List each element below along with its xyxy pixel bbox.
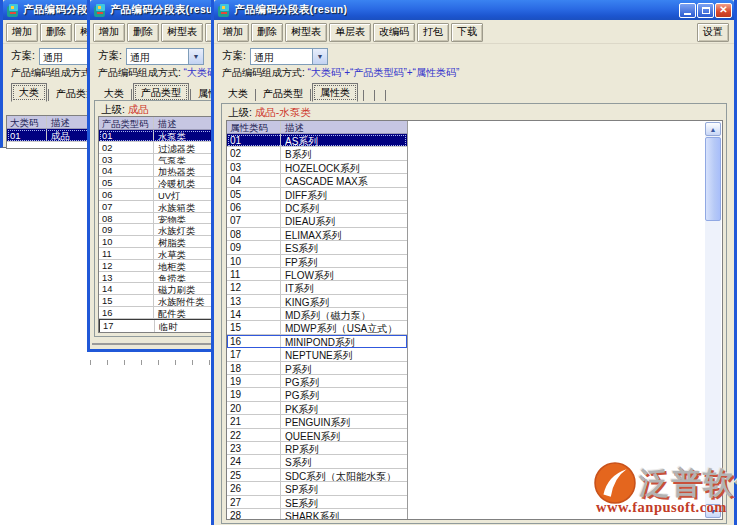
- toolbar-button[interactable]: 删除: [127, 23, 159, 42]
- scheme-select[interactable]: 通用 ▼: [126, 48, 204, 65]
- table-row[interactable]: 02B系列: [227, 147, 407, 160]
- toolbar-button[interactable]: 删除: [251, 23, 283, 42]
- tab-separator: [48, 89, 49, 101]
- table-row[interactable]: 25SDC系列（太阳能水泵）: [227, 469, 407, 482]
- column-header[interactable]: 产品类型码: [99, 117, 154, 129]
- scrollbar-thumb[interactable]: [705, 137, 721, 221]
- chevron-down-icon[interactable]: ▼: [188, 49, 203, 64]
- cell-desc: P系列: [281, 362, 407, 374]
- settings-button[interactable]: 设置: [697, 23, 729, 42]
- maximize-button[interactable]: [697, 3, 714, 18]
- table-row[interactable]: 07DIEAU系列: [227, 214, 407, 227]
- vertical-scrollbar[interactable]: ▲ ▼: [705, 122, 721, 518]
- cell-desc: AS系列: [281, 134, 407, 146]
- toolbar-button[interactable]: 增加: [6, 23, 38, 42]
- cell-code: 06: [227, 201, 281, 213]
- tab[interactable]: 大类: [11, 83, 47, 102]
- scroll-up-icon[interactable]: ▲: [705, 122, 721, 136]
- cell-desc: SP系列: [281, 482, 407, 494]
- attribute-table: 属性类码描述01AS系列02B系列03HOZELOCK系列04CASCADE M…: [227, 121, 408, 520]
- toolbar-button[interactable]: 改编码: [373, 23, 415, 42]
- minimize-button[interactable]: [679, 3, 696, 18]
- cell-code: 01: [7, 129, 47, 141]
- cell-code: 08: [227, 228, 281, 240]
- table-row[interactable]: 08ELIMAX系列: [227, 228, 407, 241]
- table-row[interactable]: 21PENGUIN系列: [227, 415, 407, 428]
- table-row[interactable]: 04CASCADE MAX系: [227, 174, 407, 187]
- toolbar-button[interactable]: 增加: [217, 23, 249, 42]
- table-row[interactable]: 23RP系列: [227, 442, 407, 455]
- cell-desc: MD系列（磁力泵）: [281, 308, 407, 320]
- watermark-brand: 泛普软件: [639, 463, 737, 504]
- table-row[interactable]: 19PG系列: [227, 375, 407, 388]
- cell-code: 07: [227, 214, 281, 226]
- table-row[interactable]: 17NEPTUNE系列: [227, 348, 407, 361]
- toolbar-button[interactable]: 删除: [40, 23, 72, 42]
- table-row[interactable]: 24S系列: [227, 455, 407, 468]
- table-row[interactable]: 16MINIPOND系列: [227, 335, 407, 348]
- tab[interactable]: 产品类型: [257, 85, 309, 102]
- toolbar: 增加删除树型表单层表改编码打包下载 设置: [214, 20, 734, 44]
- table-row[interactable]: 11FLOW系列: [227, 268, 407, 281]
- chevron-down-icon[interactable]: ▼: [312, 49, 327, 64]
- tab-separator: [374, 90, 375, 101]
- table-row[interactable]: 14MD系列（磁力泵）: [227, 308, 407, 321]
- toolbar-button[interactable]: 树型表: [285, 23, 327, 42]
- scheme-label: 方案:: [11, 49, 35, 63]
- scheme-select[interactable]: 通用 ▼: [250, 48, 328, 65]
- cell-code: 05: [99, 177, 154, 188]
- table-row[interactable]: 20PK系列: [227, 402, 407, 415]
- toolbar-button[interactable]: 下载: [451, 23, 483, 42]
- table-row[interactable]: 27SE系列: [227, 496, 407, 509]
- table-row[interactable]: 01AS系列: [227, 134, 407, 147]
- compose-label: 产品编码组成方式:: [98, 67, 181, 78]
- cell-desc: DIEAU系列: [281, 214, 407, 226]
- table-row[interactable]: 22QUEEN系列: [227, 429, 407, 442]
- toolbar-button[interactable]: 单层表: [329, 23, 371, 42]
- tab-separator: [363, 90, 364, 101]
- cell-desc: DIFF系列: [281, 188, 407, 200]
- parent-value: 成品-水泵类: [255, 106, 311, 118]
- toolbar-button[interactable]: 树型表: [161, 23, 203, 42]
- cell-code: 21: [227, 415, 281, 427]
- table-row[interactable]: 12IT系列: [227, 281, 407, 294]
- toolbar-button[interactable]: 打包: [417, 23, 449, 42]
- table-row[interactable]: 05DIFF系列: [227, 188, 407, 201]
- tab[interactable]: 大类: [222, 85, 254, 102]
- cell-code: 12: [99, 260, 154, 271]
- cell-desc: MDWP系列（USA立式）: [281, 321, 407, 333]
- column-header[interactable]: 属性类码: [227, 121, 281, 133]
- column-header[interactable]: 大类码: [7, 116, 47, 128]
- cell-code: 15: [99, 295, 154, 306]
- table-row[interactable]: 09ES系列: [227, 241, 407, 254]
- cell-desc: PG系列: [281, 375, 407, 387]
- toolbar-button[interactable]: 增加: [93, 23, 125, 42]
- table-row[interactable]: 10FP系列: [227, 255, 407, 268]
- table-row[interactable]: 06DC系列: [227, 201, 407, 214]
- tab-strip: 大类产品类型属性类: [222, 84, 734, 102]
- cell-desc: ES系列: [281, 241, 407, 253]
- titlebar[interactable]: 产品编码分段表(resun) ✕: [214, 0, 734, 20]
- column-header[interactable]: 描述: [281, 121, 407, 133]
- watermark-url: www.fanpusoft.com: [596, 499, 727, 516]
- tick-marks: [90, 360, 210, 365]
- close-button[interactable]: ✕: [715, 3, 732, 18]
- cell-code: 02: [227, 147, 281, 159]
- table-row[interactable]: 28SHARK系列: [227, 509, 407, 520]
- toolbar-buttons: 增加删除树型表单层表改编码打包下载: [217, 23, 485, 42]
- cell-code: 23: [227, 442, 281, 454]
- table-row[interactable]: 26SP系列: [227, 482, 407, 495]
- table-row[interactable]: 15MDWP系列（USA立式）: [227, 321, 407, 334]
- table-row[interactable]: 19PG系列: [227, 388, 407, 401]
- table-row[interactable]: 03HOZELOCK系列: [227, 161, 407, 174]
- table-row[interactable]: 13KING系列: [227, 295, 407, 308]
- cell-code: 17: [227, 348, 281, 360]
- cell-desc: FLOW系列: [281, 268, 407, 280]
- tab-page-panel: 上级: 成品-水泵类 属性类码描述01AS系列02B系列03HOZELOCK系列…: [221, 103, 727, 524]
- table-row[interactable]: 18P系列: [227, 362, 407, 375]
- scheme-value: 通用: [127, 49, 188, 64]
- cell-desc: SDC系列（太阳能水泵）: [281, 469, 407, 481]
- tab[interactable]: 属性类: [312, 83, 358, 102]
- cell-desc: S系列: [281, 455, 407, 467]
- cell-code: 04: [227, 174, 281, 186]
